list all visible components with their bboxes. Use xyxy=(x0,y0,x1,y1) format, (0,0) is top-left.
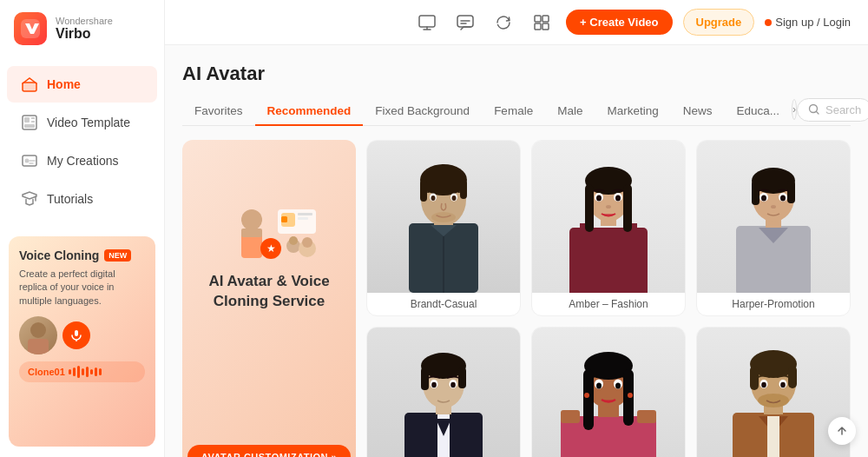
my-creations-label: My Creations xyxy=(47,154,118,168)
svg-point-31 xyxy=(289,236,298,245)
nav-items: Home Video Template xyxy=(0,57,164,226)
vc-avatar xyxy=(19,316,57,354)
svg-rect-86 xyxy=(637,410,656,423)
avatar-card-amber-fashion[interactable]: Amber – Fashion xyxy=(531,140,686,316)
voice-cloning-card: Voice Cloning NEW Create a perfect digit… xyxy=(9,236,155,447)
svg-point-82 xyxy=(431,382,437,388)
tab-news[interactable]: News xyxy=(671,97,725,126)
online-dot xyxy=(765,19,772,26)
avatar-image-brandt-casual xyxy=(367,141,520,293)
vc-title: Voice Cloning xyxy=(19,248,99,262)
tab-recommended[interactable]: Recommended xyxy=(255,97,364,126)
svg-rect-3 xyxy=(24,117,30,123)
svg-rect-79 xyxy=(458,368,466,388)
svg-rect-1 xyxy=(23,83,36,91)
svg-point-37 xyxy=(420,164,467,195)
svg-rect-105 xyxy=(750,366,759,390)
scroll-top-button[interactable] xyxy=(828,417,856,445)
sidebar-item-tutorials[interactable]: Tutorials xyxy=(7,181,157,217)
vc-mic-button[interactable] xyxy=(62,321,90,349)
tab-male[interactable]: Male xyxy=(545,97,595,126)
template-icon xyxy=(21,114,38,131)
svg-rect-17 xyxy=(535,23,541,30)
avatar-image-amber-fashion xyxy=(532,141,685,293)
svg-rect-27 xyxy=(298,217,308,220)
vc-avatar-row xyxy=(19,316,145,354)
promo-illustration: ★ xyxy=(217,201,321,279)
svg-point-58 xyxy=(615,195,621,202)
tab-favorites[interactable]: Favorites xyxy=(182,97,255,126)
clone-label: Clone01 xyxy=(28,367,65,377)
topbar: + Create Video Upgrade Sign up / Login xyxy=(165,0,868,45)
svg-point-93 xyxy=(628,393,633,398)
svg-rect-15 xyxy=(535,16,541,22)
refresh-icon[interactable] xyxy=(490,9,517,36)
promo-card: AI Avatar & Voice Cloning Service ★ xyxy=(182,140,356,457)
svg-point-43 xyxy=(431,195,436,201)
avatar-name-harper-promotion: Harper-Promotion xyxy=(697,293,850,315)
avatar-name-brandt-casual: Brandt-Casual xyxy=(367,293,520,315)
create-video-button[interactable]: + Create Video xyxy=(566,10,672,35)
svg-point-92 xyxy=(584,393,589,398)
vc-title-row: Voice Cloning NEW xyxy=(19,248,145,262)
search-placeholder: Search xyxy=(825,103,861,116)
wave-bar-2 xyxy=(73,368,76,376)
svg-point-83 xyxy=(450,382,456,388)
monitor-icon[interactable] xyxy=(413,9,441,36)
sidebar: Wondershare Virbo Home xyxy=(0,0,165,457)
avatar-image-row2-1 xyxy=(367,328,520,457)
svg-rect-6 xyxy=(24,124,35,128)
vc-waveform: Clone01 xyxy=(19,361,145,382)
svg-rect-4 xyxy=(31,117,35,119)
tab-female[interactable]: Female xyxy=(482,97,545,126)
tab-education[interactable]: Educa... xyxy=(724,97,792,126)
sidebar-item-my-creations[interactable]: My Creations xyxy=(7,142,157,179)
avatar-card-row2-1[interactable] xyxy=(366,327,521,457)
svg-text:★: ★ xyxy=(266,242,276,255)
svg-rect-10 xyxy=(28,339,49,354)
sidebar-item-video-template[interactable]: Video Template xyxy=(7,104,157,141)
svg-point-110 xyxy=(780,382,786,388)
grid-icon[interactable] xyxy=(528,9,556,36)
main-content: + Create Video Upgrade Sign up / Login A… xyxy=(165,0,868,457)
signup-button[interactable]: Sign up / Login xyxy=(765,16,851,29)
avatar-grid: AI Avatar & Voice Cloning Service ★ xyxy=(182,140,851,457)
svg-rect-18 xyxy=(542,23,549,30)
creations-icon xyxy=(21,152,38,169)
wave-bar-1 xyxy=(69,369,71,374)
upgrade-button[interactable]: Upgrade xyxy=(683,9,755,36)
avatar-card-harper-promotion[interactable]: Harper-Promotion xyxy=(696,140,851,316)
svg-rect-5 xyxy=(31,121,35,123)
tab-fixed-background[interactable]: Fixed Background xyxy=(363,97,482,126)
svg-rect-11 xyxy=(75,330,78,336)
svg-rect-16 xyxy=(542,16,549,22)
svg-point-69 xyxy=(761,195,766,202)
svg-point-57 xyxy=(596,195,602,202)
tab-marketing[interactable]: Marketing xyxy=(595,97,670,126)
svg-rect-25 xyxy=(281,216,287,222)
logo-text: Wondershare Virbo xyxy=(56,16,113,42)
vc-new-badge: NEW xyxy=(104,249,131,262)
tab-search[interactable]: Search xyxy=(797,98,868,122)
tab-bar: Favorites Recommended Fixed Background F… xyxy=(182,97,851,126)
avatar-card-brandt-casual[interactable]: Brandt-Casual xyxy=(366,140,521,316)
svg-rect-78 xyxy=(421,368,429,390)
wave-bars xyxy=(69,366,102,378)
svg-point-9 xyxy=(30,322,46,338)
svg-rect-65 xyxy=(752,181,760,205)
avatar-card-row2-2[interactable] xyxy=(531,327,686,457)
svg-rect-66 xyxy=(787,181,795,203)
avatar-image-row2-3 xyxy=(697,328,850,457)
svg-point-109 xyxy=(761,382,766,388)
sidebar-item-home[interactable]: Home xyxy=(7,66,157,103)
home-icon xyxy=(21,76,38,93)
chat-icon[interactable] xyxy=(451,9,479,36)
svg-point-59 xyxy=(606,205,611,209)
avatar-card-row2-3[interactable] xyxy=(696,327,851,457)
wave-bar-4 xyxy=(82,368,84,375)
svg-point-20 xyxy=(241,209,262,230)
avatar-customization-button[interactable]: AVATAR CUSTOMIZATION » xyxy=(187,445,351,457)
virbo-logo-icon xyxy=(14,12,47,45)
svg-rect-54 xyxy=(623,184,632,232)
svg-rect-53 xyxy=(585,184,594,232)
